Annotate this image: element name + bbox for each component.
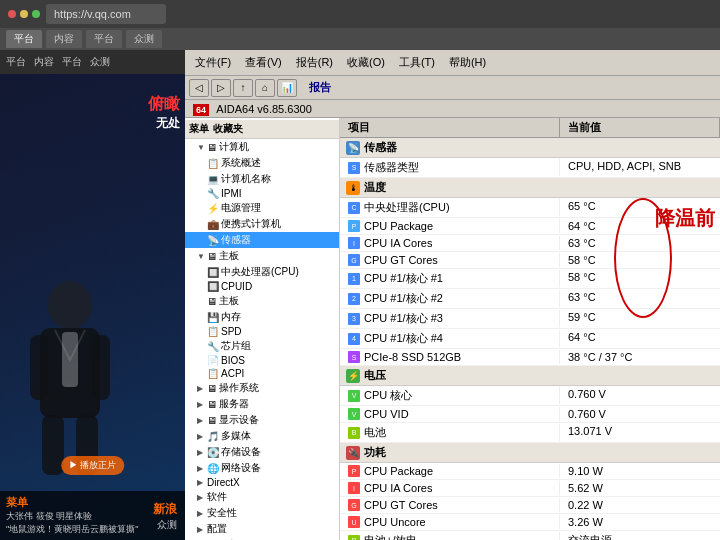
tree-item-mb[interactable]: 🖥 主板 xyxy=(185,293,339,309)
tree-item-multimedia[interactable]: ▶ 🎵 多媒体 xyxy=(185,428,339,444)
item-label: CPU GT Cores xyxy=(364,499,438,511)
tree-item-software[interactable]: ▶ 软件 xyxy=(185,489,339,505)
tree-icon: 🎵 xyxy=(207,431,219,442)
up-button[interactable]: ↑ xyxy=(233,79,253,97)
window-controls xyxy=(8,10,40,18)
menu-tools[interactable]: 工具(T) xyxy=(393,53,441,72)
back-button[interactable]: ◁ xyxy=(189,79,209,97)
menu-view[interactable]: 查看(V) xyxy=(239,53,288,72)
tree-item-server[interactable]: ▶ 🖥 服务器 xyxy=(185,396,339,412)
minimize-button[interactable] xyxy=(20,10,28,18)
menu-favorites[interactable]: 收藏(O) xyxy=(341,53,391,72)
tree-item-network[interactable]: ▶ 🌐 网络设备 xyxy=(185,460,339,476)
item-cell: S PCIe-8 SSD 512GB xyxy=(340,350,560,364)
tree-item-overview[interactable]: 📋 系统概述 xyxy=(185,155,339,171)
tree-header: 菜单 收藏夹 xyxy=(185,120,339,139)
home-button[interactable]: ⌂ xyxy=(255,79,275,97)
table-row: G CPU GT Cores 58 °C xyxy=(340,252,720,269)
tree-icon: 🖥 xyxy=(207,399,217,410)
aida-version-text: AIDA64 v6.85.6300 xyxy=(216,103,311,115)
tree-item-spd[interactable]: 📋 SPD xyxy=(185,325,339,338)
tree-item-acpi[interactable]: 📋 ACPI xyxy=(185,367,339,380)
expand-icon: ▶ xyxy=(197,432,205,441)
tree-label: 服务器 xyxy=(219,397,249,411)
tab-platform2[interactable]: 平台 xyxy=(86,30,122,48)
play-button[interactable]: ▶ 播放正片 xyxy=(61,456,125,475)
tab-label: 内容 xyxy=(54,32,74,46)
tree-item-ipmi[interactable]: 🔧 IPMI xyxy=(185,187,339,200)
tree-icon: 🖥 xyxy=(207,383,217,394)
tree-item-motherboard[interactable]: ▼ 🖥 主板 xyxy=(185,248,339,264)
table-row: 3 CPU #1/核心 #3 59 °C xyxy=(340,309,720,329)
tree-item-portable[interactable]: 💼 便携式计算机 xyxy=(185,216,339,232)
table-row: C 中央处理器(CPU) 65 °C xyxy=(340,198,720,218)
tab-label: 平台 xyxy=(94,32,114,46)
nav-item[interactable]: 众测 xyxy=(90,55,110,69)
item-cell: B 电池+/放电 xyxy=(340,532,560,540)
tab-content[interactable]: 内容 xyxy=(46,30,82,48)
tree-item-storage[interactable]: ▶ 💽 存储设备 xyxy=(185,444,339,460)
nav-item[interactable]: 平台 xyxy=(62,55,82,69)
video-area[interactable]: 俯瞰 无处 菜单 大张伟 筱俊 明星体验 "地鼠游戏！黄晓明岳云鹏被算撕" ▶ … xyxy=(0,74,185,540)
table-row: 1 CPU #1/核心 #1 58 °C xyxy=(340,269,720,289)
item-label: CPU #1/核心 #1 xyxy=(364,271,443,286)
tree-item-power[interactable]: ⚡ 电源管理 xyxy=(185,200,339,216)
white-overlay-text: 无处 xyxy=(148,115,180,132)
expand-icon: ▼ xyxy=(197,143,205,152)
nav-item[interactable]: 内容 xyxy=(34,55,54,69)
menu-file[interactable]: 文件(F) xyxy=(189,53,237,72)
expand-icon: ▶ xyxy=(197,525,205,534)
item-cell: G CPU GT Cores xyxy=(340,498,560,512)
expand-icon: ▶ xyxy=(197,509,205,518)
expand-icon: ▶ xyxy=(197,400,205,409)
menu-help[interactable]: 帮助(H) xyxy=(443,53,492,72)
section-label-temp: 温度 xyxy=(364,180,386,195)
tree-icon: 🔲 xyxy=(207,267,219,278)
tree-item-compname[interactable]: 💻 计算机名称 xyxy=(185,171,339,187)
value-cell: CPU, HDD, ACPI, SNB xyxy=(560,159,720,176)
tree-item-sensors[interactable]: 📡 传感器 xyxy=(185,232,339,248)
tree-label: 内存 xyxy=(221,310,241,324)
maximize-button[interactable] xyxy=(32,10,40,18)
tree-item-cpu[interactable]: 🔲 中央处理器(CPU) xyxy=(185,264,339,280)
forward-button[interactable]: ▷ xyxy=(211,79,231,97)
item-label: CPU IA Cores xyxy=(364,237,432,249)
screen: https://v.qq.com 平台 内容 平台 众测 平台 内容 平台 众测 xyxy=(0,0,720,540)
header-item: 项目 xyxy=(340,118,560,137)
tree-icon: 📋 xyxy=(207,158,219,169)
tree-item-cpuid[interactable]: 🔲 CPUID xyxy=(185,280,339,293)
chart-button[interactable]: 📊 xyxy=(277,79,297,97)
tree-icon: 📡 xyxy=(207,235,219,246)
tree-label: 安全性 xyxy=(207,506,237,520)
tab-label: 众测 xyxy=(134,32,154,46)
item-label: CPU #1/核心 #4 xyxy=(364,331,443,346)
tree-icon: 🔧 xyxy=(207,341,219,352)
tree-item-os[interactable]: ▶ 🖥 操作系统 xyxy=(185,380,339,396)
table-row: I CPU IA Cores 63 °C xyxy=(340,235,720,252)
tree-item-display[interactable]: ▶ 🖥 显示设备 xyxy=(185,412,339,428)
nav-item[interactable]: 平台 xyxy=(6,55,26,69)
tree-item-bios[interactable]: 📄 BIOS xyxy=(185,354,339,367)
tree-item-computer[interactable]: ▼ 🖥 计算机 xyxy=(185,139,339,155)
tab-crowdtest[interactable]: 众测 xyxy=(126,30,162,48)
core4-icon: 4 xyxy=(348,333,360,345)
tree-label: 中央处理器(CPU) xyxy=(221,265,299,279)
item-label: CPU 核心 xyxy=(364,388,412,403)
tree-label: 显示设备 xyxy=(219,413,259,427)
tree-item-config[interactable]: ▶ 配置 xyxy=(185,521,339,537)
left-panel: 平台 内容 平台 众测 xyxy=(0,50,185,540)
menu-report[interactable]: 报告(R) xyxy=(290,53,339,72)
tree-item-directx[interactable]: ▶ DirectX xyxy=(185,476,339,489)
zhongce-text: 众测 xyxy=(153,518,177,532)
tree-label: IPMI xyxy=(221,188,242,199)
aida64-panel: 文件(F) 查看(V) 报告(R) 收藏(O) 工具(T) 帮助(H) ◁ ▷ … xyxy=(185,50,720,540)
close-button[interactable] xyxy=(8,10,16,18)
pwr-uncore-icon: U xyxy=(348,516,360,528)
url-bar[interactable]: https://v.qq.com xyxy=(46,4,166,24)
tree-label: 存储设备 xyxy=(221,445,261,459)
table-row: 4 CPU #1/核心 #4 64 °C xyxy=(340,329,720,349)
tab-platform[interactable]: 平台 xyxy=(6,30,42,48)
tree-item-memory[interactable]: 💾 内存 xyxy=(185,309,339,325)
tree-item-security[interactable]: ▶ 安全性 xyxy=(185,505,339,521)
tree-item-chipset[interactable]: 🔧 芯片组 xyxy=(185,338,339,354)
